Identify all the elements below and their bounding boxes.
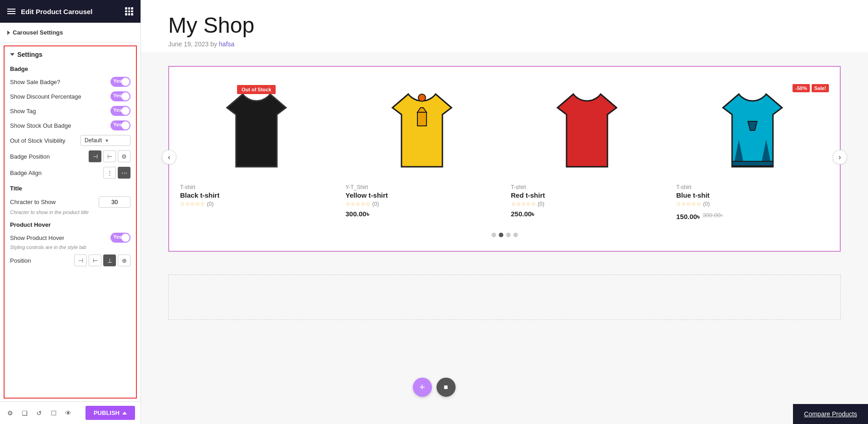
char-to-show-input[interactable] (99, 196, 130, 208)
badge-align-label: Badge Align (10, 170, 41, 176)
eye-icon[interactable]: 👁 (64, 409, 73, 418)
discount-badge: -50% (793, 84, 810, 92)
show-stock-out-label: Show Stock Out Badge (10, 122, 71, 129)
sidebar-bottom-toolbar: ⚙ ❏ ↺ ☐ 👁 PUBLISH (0, 401, 140, 424)
toggle-yes-label5: Yes (113, 234, 122, 239)
bottom-placeholder (168, 274, 841, 320)
toggle-yes-label2: Yes (113, 93, 122, 98)
badge-align-group: ⋮ ⋯ (103, 167, 130, 179)
page-date: June 19, 2023 by (168, 40, 217, 48)
publish-button[interactable]: PUBLISH (85, 406, 135, 420)
stop-fab-button[interactable]: ■ (437, 378, 456, 397)
show-product-hover-row: Show Product Hover Yes (10, 233, 130, 243)
product-image-3 (511, 80, 664, 180)
show-sale-badge-toggle[interactable]: Yes (110, 77, 130, 87)
badge-position-right-btn[interactable]: ⊢ (103, 150, 116, 162)
position-left-btn[interactable]: ⊣ (74, 254, 87, 266)
product-hover-section-label: Product Hover (10, 221, 130, 228)
tshirt-blue-svg (714, 85, 791, 176)
carousel-dots (174, 233, 835, 237)
settings-section-header: Settings (10, 51, 130, 58)
badge-position-custom-btn[interactable]: ⚙ (118, 150, 130, 162)
position-bottom-btn[interactable]: ⊥ (103, 254, 116, 266)
char-to-show-row: Chracter to Show (10, 196, 130, 208)
out-of-stock-value: Default (85, 137, 102, 144)
main-content: My Shop June 19, 2023 by hafsa ‹ › Out o… (141, 0, 868, 424)
product-price-4: 150.00৳ (676, 213, 700, 221)
char-hint: Chracter to show in the product title (10, 210, 130, 215)
dot-3[interactable] (506, 233, 511, 237)
product-image-1: Out of Stock (180, 80, 333, 180)
badge-position-group: ⊣ ⊢ ⚙ (89, 150, 130, 162)
position-label: Position (10, 257, 31, 264)
product-category-1: T-shirt (180, 184, 333, 190)
hamburger-icon[interactable] (7, 7, 15, 15)
chevron-up-icon (122, 412, 127, 414)
show-tag-row: Show Tag Yes (10, 106, 130, 116)
arrow-right-icon (7, 30, 10, 35)
out-of-stock-select[interactable]: Default ▼ (80, 135, 130, 146)
badge-section-label: Badge (10, 65, 130, 72)
position-all-btn[interactable]: ⊕ (118, 254, 130, 266)
position-center-btn[interactable]: ⊢ (89, 254, 101, 266)
history-icon[interactable]: ↺ (35, 409, 44, 418)
product-carousel: ‹ › Out of Stock T-shirt Black t-shirt ☆… (168, 66, 841, 252)
product-category-3: T-shirt (511, 184, 664, 190)
author-link[interactable]: hafsa (219, 40, 234, 48)
chevron-down-icon: ▼ (105, 138, 109, 143)
dot-1[interactable] (492, 233, 496, 237)
carousel-settings-row[interactable]: Carousel Settings (0, 23, 140, 43)
show-discount-toggle[interactable]: Yes (110, 91, 130, 101)
product-category-2: Y-T_Shirt (346, 184, 498, 190)
product-price-original-4: 300.00৳ (702, 212, 723, 219)
show-product-hover-label: Show Product Hover (10, 234, 64, 241)
carousel-settings-label: Carousel Settings (13, 29, 63, 36)
product-image-4: -50% Sale! (676, 80, 829, 180)
tshirt-yellow-svg (383, 85, 461, 176)
gear-icon[interactable]: ⚙ (5, 409, 15, 418)
page-title: My Shop (168, 14, 841, 38)
publish-label: PUBLISH (94, 409, 120, 416)
arrow-down-icon (10, 53, 15, 56)
dot-2[interactable] (499, 233, 503, 237)
sidebar-header: Edit Product Carousel (0, 0, 140, 23)
carousel-prev-button[interactable]: ‹ (162, 150, 176, 165)
carousel-inner: Out of Stock T-shirt Black t-shirt ☆☆☆☆☆… (174, 76, 835, 225)
badge-align-top-btn[interactable]: ⋮ (103, 167, 116, 179)
show-product-hover-toggle[interactable]: Yes (110, 233, 130, 243)
product-card-4: -50% Sale! T-shirt Blue t-shit ☆☆☆☆☆ (0)… (670, 76, 835, 225)
layers-icon[interactable]: ❏ (20, 409, 29, 418)
responsive-icon[interactable]: ☐ (49, 409, 58, 418)
product-category-4: T-shirt (676, 184, 829, 190)
settings-label: Settings (17, 51, 42, 58)
out-of-stock-badge: Out of Stock (237, 85, 276, 94)
settings-panel: Settings Badge Show Sale Badge? Yes Show… (4, 45, 137, 399)
sidebar-title: Edit Product Carousel (21, 8, 93, 15)
show-tag-toggle[interactable]: Yes (110, 106, 130, 116)
carousel-next-button[interactable]: › (833, 150, 847, 165)
product-image-2 (346, 80, 498, 180)
show-stock-out-row: Show Stock Out Badge Yes (10, 120, 130, 130)
fab-container: + ■ (413, 378, 456, 397)
badge-position-row: Badge Position ⊣ ⊢ ⚙ (10, 150, 130, 162)
title-section-label: Title (10, 185, 130, 192)
show-discount-label: Show Discount Percentage (10, 93, 81, 100)
show-tag-label: Show Tag (10, 108, 36, 115)
show-stock-out-toggle[interactable]: Yes (110, 120, 130, 130)
toggle-yes-label: Yes (113, 78, 122, 84)
product-card-3: T-shirt Red t-shirt ☆☆☆☆☆ (0) 250.00৳ (505, 76, 670, 223)
dot-4[interactable] (513, 233, 518, 237)
out-of-stock-label: Out of Stock Visibility (10, 137, 65, 144)
badge-align-row: Badge Align ⋮ ⋯ (10, 167, 130, 179)
badge-align-center-btn[interactable]: ⋯ (118, 167, 130, 179)
grid-icon[interactable] (125, 7, 133, 15)
show-discount-row: Show Discount Percentage Yes (10, 91, 130, 101)
product-name-4: Blue t-shit (676, 191, 829, 199)
product-price-2: 300.00৳ (346, 210, 498, 218)
badge-position-left-btn[interactable]: ⊣ (89, 150, 101, 162)
add-fab-button[interactable]: + (413, 378, 432, 397)
compare-products-bar[interactable]: Compare Products (793, 404, 868, 424)
product-name-3: Red t-shirt (511, 191, 664, 199)
product-card-2: Y-T_Shirt Yellow t-shirt ☆☆☆☆☆ (0) 300.0… (339, 76, 505, 223)
position-row: Position ⊣ ⊢ ⊥ ⊕ (10, 254, 130, 266)
